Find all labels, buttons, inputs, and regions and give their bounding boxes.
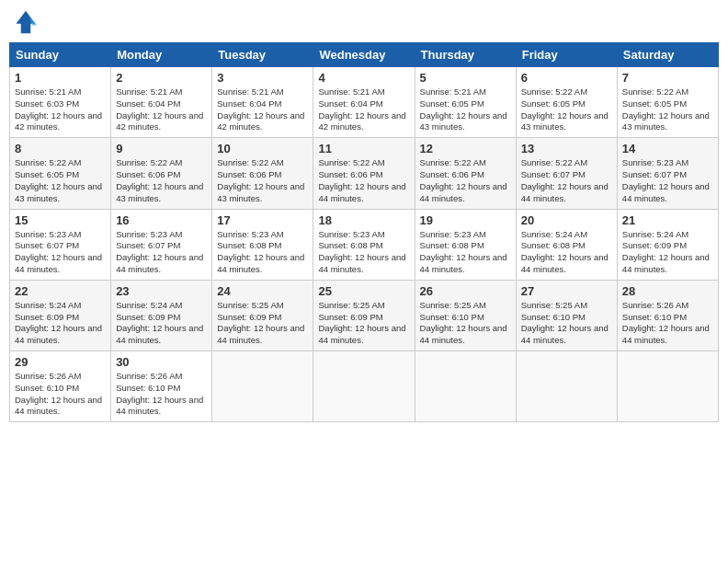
day-number: 26 — [420, 284, 511, 298]
sunrise-label: Sunrise: 5:26 AM — [15, 371, 81, 381]
calendar-day-cell: 11 Sunrise: 5:22 AM Sunset: 6:06 PM Dayl… — [313, 138, 415, 209]
daylight-label: Daylight: 12 hours and 44 minutes. — [116, 395, 203, 417]
day-number: 19 — [420, 213, 511, 227]
day-number: 4 — [318, 71, 409, 85]
day-number: 1 — [15, 71, 106, 85]
day-info: Sunrise: 5:25 AM Sunset: 6:10 PM Dayligh… — [521, 300, 612, 347]
sunset-label: Sunset: 6:10 PM — [420, 312, 484, 322]
sunset-label: Sunset: 6:09 PM — [15, 312, 79, 322]
calendar-day-cell — [617, 351, 718, 422]
sunset-label: Sunset: 6:09 PM — [217, 312, 281, 322]
sunrise-label: Sunrise: 5:21 AM — [318, 86, 384, 97]
day-info: Sunrise: 5:26 AM Sunset: 6:10 PM Dayligh… — [622, 300, 713, 347]
daylight-label: Daylight: 12 hours and 44 minutes. — [622, 323, 710, 345]
day-info: Sunrise: 5:21 AM Sunset: 6:03 PM Dayligh… — [15, 86, 106, 133]
sunset-label: Sunset: 6:09 PM — [116, 312, 180, 322]
day-info: Sunrise: 5:21 AM Sunset: 6:04 PM Dayligh… — [116, 86, 207, 133]
sunrise-label: Sunrise: 5:25 AM — [217, 300, 283, 310]
sunrise-label: Sunrise: 5:25 AM — [318, 300, 384, 310]
daylight-label: Daylight: 12 hours and 44 minutes. — [420, 323, 507, 345]
daylight-label: Daylight: 12 hours and 43 minutes. — [116, 181, 203, 203]
day-number: 25 — [318, 284, 409, 298]
sunrise-label: Sunrise: 5:22 AM — [521, 86, 587, 97]
sunset-label: Sunset: 6:06 PM — [217, 169, 281, 179]
day-number: 20 — [521, 213, 612, 227]
day-info: Sunrise: 5:23 AM Sunset: 6:07 PM Dayligh… — [116, 229, 207, 276]
calendar-day-cell: 19 Sunrise: 5:23 AM Sunset: 6:08 PM Dayl… — [415, 209, 516, 280]
day-info: Sunrise: 5:22 AM Sunset: 6:06 PM Dayligh… — [116, 157, 207, 204]
daylight-label: Daylight: 12 hours and 44 minutes. — [318, 252, 405, 274]
day-info: Sunrise: 5:24 AM Sunset: 6:09 PM Dayligh… — [622, 229, 713, 276]
daylight-label: Daylight: 12 hours and 43 minutes. — [420, 110, 507, 132]
sunset-label: Sunset: 6:07 PM — [116, 240, 180, 250]
day-number: 3 — [217, 71, 308, 85]
sunset-label: Sunset: 6:09 PM — [622, 240, 687, 250]
calendar-day-cell — [212, 351, 313, 422]
calendar-week-row: 8 Sunrise: 5:22 AM Sunset: 6:05 PM Dayli… — [10, 138, 719, 209]
daylight-label: Daylight: 12 hours and 42 minutes. — [217, 110, 304, 132]
calendar-day-cell — [415, 351, 516, 422]
daylight-label: Daylight: 12 hours and 44 minutes. — [521, 252, 609, 274]
daylight-label: Daylight: 12 hours and 44 minutes. — [521, 181, 609, 203]
calendar-table: SundayMondayTuesdayWednesdayThursdayFrid… — [9, 42, 719, 422]
sunrise-label: Sunrise: 5:24 AM — [116, 300, 182, 310]
daylight-label: Daylight: 12 hours and 44 minutes. — [15, 395, 102, 417]
calendar-day-cell: 4 Sunrise: 5:21 AM Sunset: 6:04 PM Dayli… — [313, 67, 415, 138]
day-number: 2 — [116, 71, 207, 85]
calendar-day-cell: 27 Sunrise: 5:25 AM Sunset: 6:10 PM Dayl… — [516, 280, 617, 350]
sunrise-label: Sunrise: 5:23 AM — [116, 229, 182, 239]
day-info: Sunrise: 5:24 AM Sunset: 6:09 PM Dayligh… — [15, 300, 106, 347]
sunrise-label: Sunrise: 5:22 AM — [116, 157, 182, 167]
calendar-day-cell: 28 Sunrise: 5:26 AM Sunset: 6:10 PM Dayl… — [617, 280, 718, 350]
sunset-label: Sunset: 6:10 PM — [15, 383, 79, 393]
sunrise-label: Sunrise: 5:22 AM — [622, 86, 688, 97]
daylight-label: Daylight: 12 hours and 44 minutes. — [420, 252, 507, 274]
daylight-label: Daylight: 12 hours and 44 minutes. — [622, 252, 710, 274]
day-info: Sunrise: 5:24 AM Sunset: 6:08 PM Dayligh… — [521, 229, 612, 276]
day-info: Sunrise: 5:23 AM Sunset: 6:08 PM Dayligh… — [420, 229, 511, 276]
day-info: Sunrise: 5:23 AM Sunset: 6:07 PM Dayligh… — [622, 157, 713, 204]
calendar-day-cell: 1 Sunrise: 5:21 AM Sunset: 6:03 PM Dayli… — [10, 67, 111, 138]
sunset-label: Sunset: 6:08 PM — [217, 240, 281, 250]
sunset-label: Sunset: 6:08 PM — [521, 240, 586, 250]
sunset-label: Sunset: 6:07 PM — [15, 240, 79, 250]
calendar-day-cell: 14 Sunrise: 5:23 AM Sunset: 6:07 PM Dayl… — [617, 138, 718, 209]
day-number: 7 — [622, 71, 713, 85]
day-number: 8 — [15, 142, 106, 155]
day-number: 30 — [116, 355, 207, 369]
daylight-label: Daylight: 12 hours and 43 minutes. — [217, 181, 304, 203]
col-header-friday: Friday — [516, 43, 617, 67]
day-number: 24 — [217, 284, 308, 298]
day-info: Sunrise: 5:22 AM Sunset: 6:05 PM Dayligh… — [15, 157, 106, 204]
sunrise-label: Sunrise: 5:23 AM — [318, 229, 384, 239]
calendar-day-cell: 7 Sunrise: 5:22 AM Sunset: 6:05 PM Dayli… — [617, 67, 718, 138]
col-header-thursday: Thursday — [415, 43, 516, 67]
calendar-day-cell: 9 Sunrise: 5:22 AM Sunset: 6:06 PM Dayli… — [111, 138, 212, 209]
sunrise-label: Sunrise: 5:21 AM — [15, 86, 81, 97]
sunrise-label: Sunrise: 5:22 AM — [217, 157, 283, 167]
logo — [13, 9, 42, 35]
calendar-day-cell: 15 Sunrise: 5:23 AM Sunset: 6:07 PM Dayl… — [10, 209, 111, 280]
sunrise-label: Sunrise: 5:23 AM — [217, 229, 283, 239]
calendar-day-cell: 5 Sunrise: 5:21 AM Sunset: 6:05 PM Dayli… — [415, 67, 516, 138]
sunset-label: Sunset: 6:06 PM — [116, 169, 180, 179]
calendar-day-cell: 6 Sunrise: 5:22 AM Sunset: 6:05 PM Dayli… — [516, 67, 617, 138]
sunset-label: Sunset: 6:06 PM — [420, 169, 484, 179]
day-info: Sunrise: 5:22 AM Sunset: 6:06 PM Dayligh… — [420, 157, 511, 204]
day-number: 27 — [521, 284, 612, 298]
col-header-wednesday: Wednesday — [313, 43, 415, 67]
day-number: 11 — [318, 142, 409, 155]
sunrise-label: Sunrise: 5:23 AM — [622, 157, 688, 167]
calendar-day-cell: 23 Sunrise: 5:24 AM Sunset: 6:09 PM Dayl… — [111, 280, 212, 350]
day-info: Sunrise: 5:21 AM Sunset: 6:05 PM Dayligh… — [420, 86, 511, 133]
daylight-label: Daylight: 12 hours and 44 minutes. — [116, 252, 203, 274]
sunset-label: Sunset: 6:05 PM — [420, 98, 484, 109]
day-number: 14 — [622, 142, 713, 155]
sunset-label: Sunset: 6:06 PM — [318, 169, 382, 179]
logo-icon — [13, 9, 39, 35]
daylight-label: Daylight: 12 hours and 44 minutes. — [15, 252, 102, 274]
calendar-day-cell — [516, 351, 617, 422]
sunrise-label: Sunrise: 5:22 AM — [318, 157, 384, 167]
sunrise-label: Sunrise: 5:26 AM — [622, 300, 688, 310]
sunset-label: Sunset: 6:04 PM — [217, 98, 281, 109]
